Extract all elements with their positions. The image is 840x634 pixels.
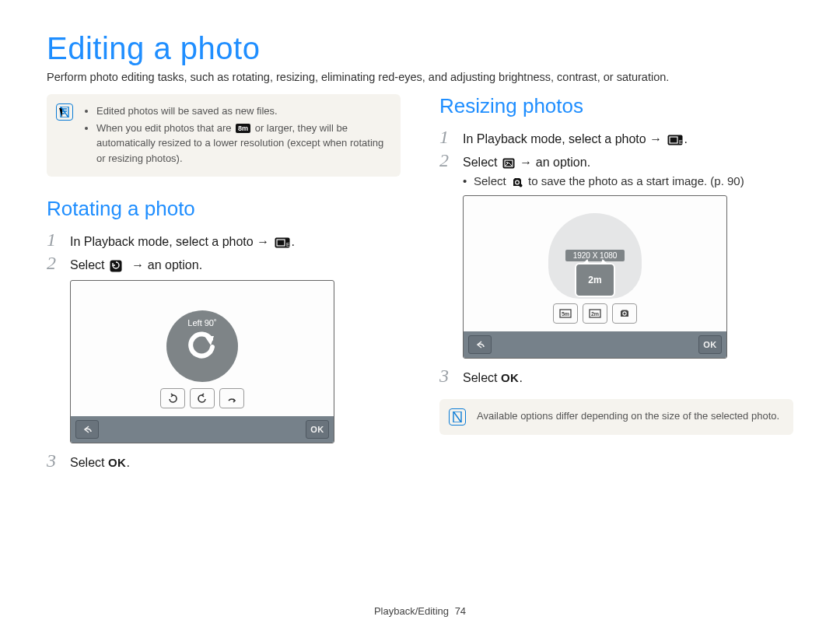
back-button[interactable] (468, 335, 492, 354)
svg-line-18 (453, 412, 461, 422)
step-number: 1 (47, 230, 61, 249)
rotate-arrow-icon (184, 328, 220, 364)
page-intro: Perform photo editing tasks, such as rot… (47, 71, 793, 83)
resize-option-2m-icon[interactable]: 2m (583, 303, 607, 324)
note-box-resize: Available options differ depending on th… (439, 399, 793, 435)
rotating-step-3: Select OK. (70, 456, 130, 470)
rotating-step-1: In Playback mode, select a photo → E. (70, 235, 295, 249)
step-number: 3 (47, 451, 61, 470)
rotate-option-right-icon[interactable] (160, 388, 185, 408)
left-column: Edited photos will be saved as new files… (47, 94, 401, 475)
footer-section: Playback/Editing (374, 605, 449, 617)
step-number: 1 (439, 128, 453, 146)
edit-menu-icon: E (275, 237, 290, 248)
step-number: 3 (439, 366, 453, 385)
resizing-step-1: In Playback mode, select a photo → E. (463, 132, 688, 146)
size-open-badge: 2m (575, 263, 615, 297)
rotate-icon (110, 260, 122, 272)
svg-text:E: E (679, 139, 683, 145)
rotating-heading: Rotating a photo (47, 197, 401, 221)
rotate-preview-circle: Left 90˚ (166, 310, 238, 382)
resize-screenshot: 1920 X 1080 2m 5m 2m OK (463, 195, 727, 359)
page-footer: Playback/Editing 74 (0, 605, 840, 617)
note-item-2: When you edit photos that are 8m or larg… (96, 121, 388, 166)
note-icon (449, 408, 466, 426)
dimensions-badge: 1920 X 1080 (565, 250, 625, 261)
resizing-step-2: Select → an option. (463, 156, 590, 170)
resizing-step-3: Select OK. (463, 371, 523, 385)
right-column: Resizing photos 1 In Playback mode, sele… (439, 94, 793, 475)
page-title: Editing a photo (47, 31, 793, 66)
resize-option-start-icon[interactable] (612, 303, 637, 324)
step-number: 2 (47, 254, 61, 272)
note-item-2a: When you edit photos that are (96, 122, 234, 134)
ok-label: OK (108, 456, 127, 469)
note-item-1: Edited photos will be saved as new files… (96, 103, 388, 119)
size-8m-icon: 8m (236, 124, 250, 133)
start-image-icon (511, 177, 523, 187)
ok-label: OK (501, 371, 520, 384)
resize-icon (502, 158, 515, 169)
ok-button[interactable]: OK (306, 420, 329, 439)
footer-page: 74 (455, 605, 466, 617)
svg-text:5m: 5m (562, 311, 569, 317)
note-box-top: Edited photos will be saved as new files… (47, 94, 401, 177)
resizing-heading: Resizing photos (439, 94, 793, 118)
rotate-screenshot: Left 90˚ OK (70, 280, 334, 443)
note-icon (56, 103, 73, 121)
note-resize-text: Available options differ depending on th… (477, 408, 779, 426)
step-number: 2 (439, 151, 453, 170)
size-open-badge-label: 2m (588, 275, 601, 285)
back-button[interactable] (75, 420, 99, 439)
edit-menu-icon: E (667, 135, 683, 145)
svg-text:2m: 2m (591, 311, 599, 317)
resizing-sub-1: Select to save the photo as a start imag… (463, 174, 793, 187)
svg-text:E: E (286, 242, 290, 247)
ok-button[interactable]: OK (698, 335, 722, 354)
rotate-preview-label: Left 90˚ (166, 318, 238, 328)
resize-option-5m-icon[interactable]: 5m (553, 303, 578, 324)
rotating-step-2: Select → an option. (70, 258, 202, 272)
rotate-option-left-icon[interactable] (190, 388, 215, 408)
rotate-option-flip-icon[interactable] (219, 388, 244, 408)
